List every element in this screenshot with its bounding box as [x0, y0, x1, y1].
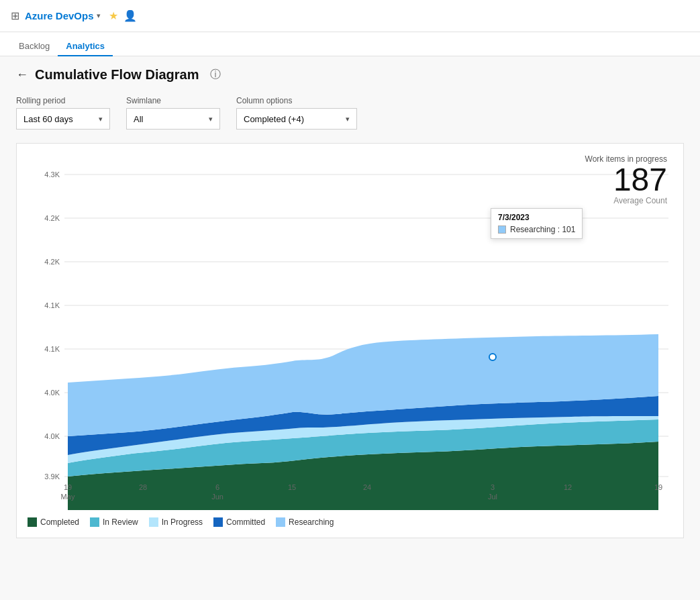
back-button[interactable]: ←	[16, 68, 28, 82]
svg-text:4.2K: 4.2K	[44, 258, 60, 266]
column-options-value: Completed (+4)	[244, 114, 304, 124]
column-options-group: Column options Completed (+4) ▾	[236, 96, 357, 130]
legend-item-in-progress: In Progress	[149, 517, 203, 527]
svg-text:4.0K: 4.0K	[44, 432, 60, 440]
person-icon[interactable]: 👤	[123, 9, 137, 22]
page-title: Cumulative Flow Diagram	[35, 67, 199, 83]
swimlane-group: Swimlane All ▾	[126, 96, 220, 130]
column-options-label: Column options	[236, 96, 357, 105]
svg-text:Jul: Jul	[488, 493, 497, 501]
legend-label-in-review: In Review	[103, 517, 138, 527]
svg-text:12: 12	[564, 483, 572, 491]
legend-swatch-committed	[213, 517, 223, 527]
nav-item-backlog[interactable]: Backlog	[11, 37, 58, 56]
column-options-chevron: ▾	[346, 115, 350, 123]
svg-text:3.9K: 3.9K	[44, 472, 60, 481]
legend-label-researching: Researching	[289, 517, 334, 527]
legend-label-committed: Committed	[226, 517, 265, 527]
nav-item-analytics[interactable]: Analytics	[58, 37, 113, 56]
help-icon[interactable]: ⓘ	[210, 68, 221, 82]
column-options-select[interactable]: Completed (+4) ▾	[236, 108, 357, 130]
chart-svg-wrapper: 4.3K 4.2K 4.2K 4.1K 4.1K 4.0K 4.0K 3.9K	[28, 154, 672, 512]
svg-text:28: 28	[139, 483, 147, 491]
svg-text:4.1K: 4.1K	[44, 301, 60, 309]
chart-legend: Completed In Review In Progress Committe…	[28, 512, 672, 527]
chart-stats: Work items in progress 187 Average Count	[585, 154, 667, 205]
nav-bar: Backlog Analytics	[0, 32, 700, 56]
rolling-period-value: Last 60 days	[23, 114, 73, 124]
svg-text:24: 24	[363, 483, 371, 491]
grid-icon: ⊞	[11, 9, 19, 22]
swimlane-chevron: ▾	[209, 115, 213, 123]
rolling-period-group: Rolling period Last 60 days ▾	[16, 96, 110, 130]
rolling-period-chevron: ▾	[99, 115, 103, 123]
svg-text:Jun: Jun	[211, 493, 223, 501]
svg-text:4.3K: 4.3K	[44, 170, 60, 179]
legend-label-in-progress: In Progress	[162, 517, 203, 527]
svg-text:6: 6	[215, 483, 219, 491]
svg-text:May: May	[61, 493, 75, 501]
page-content: ← Cumulative Flow Diagram ⓘ Rolling peri…	[0, 56, 700, 600]
legend-label-completed: Completed	[40, 517, 79, 527]
legend-item-completed: Completed	[28, 517, 79, 527]
favorite-icon[interactable]: ★	[109, 9, 118, 22]
swimlane-label: Swimlane	[126, 96, 220, 105]
rolling-period-select[interactable]: Last 60 days ▾	[16, 108, 110, 130]
svg-text:3: 3	[491, 483, 495, 491]
svg-text:4.2K: 4.2K	[44, 214, 60, 222]
cumulative-flow-chart[interactable]: 4.3K 4.2K 4.2K 4.1K 4.1K 4.0K 4.0K 3.9K	[28, 154, 679, 510]
svg-text:19: 19	[64, 483, 72, 491]
swimlane-value: All	[134, 114, 143, 124]
header-chevron-icon[interactable]: ▾	[97, 11, 101, 20]
chart-container: Work items in progress 187 Average Count…	[16, 143, 684, 538]
legend-swatch-researching	[276, 517, 285, 527]
rolling-period-label: Rolling period	[16, 96, 110, 105]
legend-item-researching: Researching	[276, 517, 334, 527]
svg-text:19: 19	[654, 483, 662, 491]
stats-sublabel: Average Count	[585, 196, 667, 205]
stats-number: 187	[585, 164, 667, 196]
legend-swatch-in-review	[90, 517, 99, 527]
app-title[interactable]: Azure DevOps	[25, 10, 94, 21]
svg-text:15: 15	[288, 483, 296, 491]
legend-swatch-completed	[28, 517, 37, 527]
legend-item-in-review: In Review	[90, 517, 138, 527]
app-header: ⊞ Azure DevOps ▾ ★ 👤	[0, 0, 700, 32]
svg-text:4.1K: 4.1K	[44, 345, 60, 353]
legend-item-committed: Committed	[213, 517, 265, 527]
title-row: ← Cumulative Flow Diagram ⓘ	[16, 67, 684, 83]
swimlane-select[interactable]: All ▾	[126, 108, 220, 130]
svg-text:4.0K: 4.0K	[44, 389, 60, 397]
filter-controls: Rolling period Last 60 days ▾ Swimlane A…	[16, 96, 684, 130]
legend-swatch-in-progress	[149, 517, 158, 527]
tooltip-dot	[489, 354, 496, 360]
